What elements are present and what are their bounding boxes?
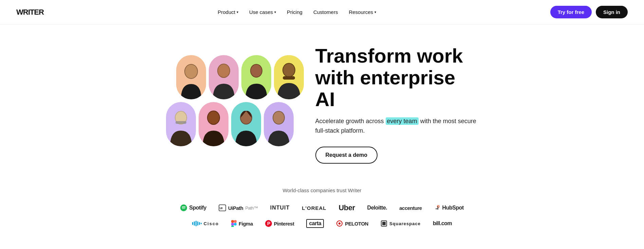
chevron-down-icon: ▾ bbox=[237, 10, 238, 14]
svg-text:P: P bbox=[267, 221, 270, 226]
highlight-every-team: every team bbox=[386, 117, 419, 125]
logo-deloitte: Deloitte. bbox=[367, 205, 387, 211]
nav-pricing[interactable]: Pricing bbox=[287, 9, 302, 15]
svg-rect-27 bbox=[196, 221, 197, 226]
svg-point-1 bbox=[185, 65, 197, 78]
logo-accenture: accenture bbox=[399, 205, 422, 211]
avatar-5 bbox=[166, 102, 196, 146]
avatar-4 bbox=[274, 55, 304, 99]
logo-cisco: Cisco bbox=[192, 221, 219, 226]
uipath-icon: UI bbox=[219, 204, 226, 211]
svg-rect-8 bbox=[283, 76, 295, 80]
trust-label: World-class companies trust Writer bbox=[0, 187, 644, 193]
svg-text:UI: UI bbox=[220, 206, 222, 210]
hubspot-icon bbox=[434, 204, 440, 211]
avatar-2 bbox=[209, 55, 239, 99]
svg-rect-41 bbox=[382, 222, 386, 225]
logo-intuit: INTUIT bbox=[270, 205, 290, 211]
logo-peloton: PELOTON bbox=[336, 220, 368, 227]
spotify-icon bbox=[180, 204, 187, 211]
svg-point-13 bbox=[208, 111, 219, 124]
svg-point-39 bbox=[338, 222, 341, 225]
nav-use-cases[interactable]: Use cases ▾ bbox=[249, 9, 276, 15]
logo-uipath: UI UiPathPath™ bbox=[219, 204, 258, 211]
svg-point-35 bbox=[234, 223, 237, 226]
logo-spotify: Spotify bbox=[180, 204, 206, 211]
svg-rect-24 bbox=[436, 209, 438, 209]
hero-title: Transform work with enterprise AI bbox=[315, 45, 478, 110]
avatar-1 bbox=[176, 55, 206, 99]
try-free-button[interactable]: Try for free bbox=[550, 6, 592, 18]
nav-customers[interactable]: Customers bbox=[313, 9, 338, 15]
logo-carta: carta bbox=[306, 219, 324, 228]
hero-section: Transform work with enterprise AI Accele… bbox=[0, 24, 644, 177]
logo-uber: Uber bbox=[338, 203, 355, 212]
svg-point-7 bbox=[283, 64, 295, 77]
logo-pinterest: P Pinterest bbox=[265, 220, 294, 227]
cisco-icon bbox=[192, 221, 202, 226]
logos-row-1: Spotify UI UiPathPath™ INTUIT L'OREAL Ub… bbox=[0, 203, 644, 212]
hero-text: Transform work with enterprise AI Accele… bbox=[315, 45, 478, 164]
svg-rect-34 bbox=[231, 226, 234, 227]
svg-rect-33 bbox=[231, 223, 234, 226]
svg-rect-32 bbox=[234, 220, 237, 223]
svg-rect-11 bbox=[176, 121, 186, 124]
logo-loreal: L'OREAL bbox=[302, 205, 326, 211]
hero-avatars bbox=[166, 55, 295, 154]
svg-rect-25 bbox=[192, 222, 193, 225]
avatar-3 bbox=[241, 55, 271, 99]
logo-bill: bill.com bbox=[433, 220, 452, 227]
svg-point-5 bbox=[251, 65, 262, 77]
svg-point-18 bbox=[180, 204, 187, 211]
brand-logo[interactable]: WRITER bbox=[16, 8, 44, 17]
logos-row-2: Cisco Figma P Pinterest carta PELOTON bbox=[0, 219, 644, 228]
sign-in-button[interactable]: Sign in bbox=[596, 6, 628, 18]
svg-rect-31 bbox=[231, 220, 234, 223]
chevron-down-icon: ▾ bbox=[374, 10, 376, 14]
chevron-down-icon: ▾ bbox=[274, 10, 276, 14]
avatar-7 bbox=[231, 102, 261, 146]
squarespace-icon bbox=[381, 220, 387, 227]
peloton-icon bbox=[336, 220, 343, 227]
svg-rect-26 bbox=[194, 221, 195, 226]
svg-point-3 bbox=[218, 64, 229, 77]
logo-hubspot: HubSpot bbox=[434, 204, 464, 211]
avatar-8 bbox=[264, 102, 294, 146]
svg-rect-30 bbox=[201, 223, 202, 224]
svg-point-17 bbox=[273, 112, 284, 124]
request-demo-button[interactable]: Request a demo bbox=[315, 147, 378, 164]
nav-resources[interactable]: Resources ▾ bbox=[349, 9, 376, 15]
svg-rect-29 bbox=[199, 222, 200, 225]
trust-section: World-class companies trust Writer Spoti… bbox=[0, 177, 644, 248]
nav-actions: Try for free Sign in bbox=[550, 6, 628, 18]
figma-icon bbox=[231, 220, 237, 227]
avatar-6 bbox=[199, 102, 228, 146]
svg-rect-28 bbox=[197, 221, 198, 226]
nav-product[interactable]: Product ▾ bbox=[218, 9, 238, 15]
main-nav: WRITER Product ▾ Use cases ▾ Pricing Cus… bbox=[0, 0, 644, 24]
logo-figma: Figma bbox=[231, 220, 253, 227]
logo-squarespace: Squarespace bbox=[381, 220, 421, 227]
hero-subtitle: Accelerate growth across every team with… bbox=[315, 117, 478, 136]
pinterest-icon: P bbox=[265, 220, 272, 227]
nav-links: Product ▾ Use cases ▾ Pricing Customers … bbox=[218, 9, 376, 15]
